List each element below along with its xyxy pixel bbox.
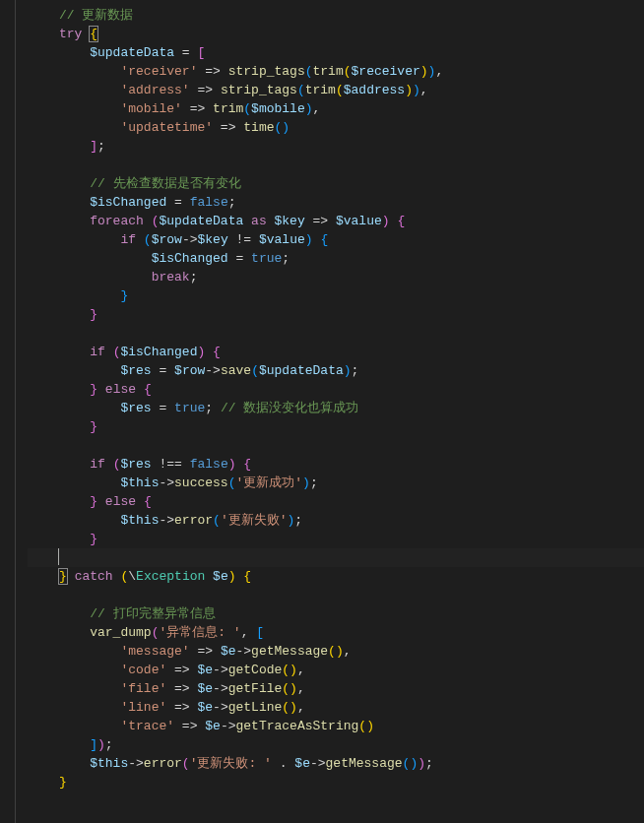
boolean: false [190,457,228,472]
string: 'message' [120,644,189,659]
code-line[interactable]: 'message' => $e->getMessage(), [28,642,644,661]
code-line[interactable]: try { [28,25,644,43]
string: 'address' [120,83,189,97]
code-line[interactable]: ]); [28,735,644,754]
variable: $key [275,214,305,228]
code-line[interactable]: 'receiver' => strip_tags(trim($receiver)… [28,62,644,81]
function: trim [313,64,344,79]
code-line[interactable]: if ($row->$key != $value) { [28,230,644,249]
code-line[interactable]: } [28,773,644,791]
string: 'trace' [120,719,174,733]
brace: } [58,568,68,585]
variable: $row [152,232,182,247]
code-editor[interactable]: // 更新数据 try { $updateData = [ 'receiver'… [28,0,644,791]
code-line[interactable] [28,586,644,604]
variable: $address [344,83,405,97]
keyword-if: if [120,232,136,247]
code-line[interactable]: } else { [28,380,644,399]
variable: $res [120,401,151,415]
method: getMessage [251,644,328,659]
code-line[interactable]: $updateData = [ [28,43,644,62]
code-line[interactable]: $isChanged = false; [28,193,644,212]
code-line[interactable]: } [28,305,644,324]
comment: // 数据没变化也算成功 [221,401,358,415]
boolean: true [174,401,205,415]
string: 'updatetime' [120,120,213,135]
code-line[interactable]: // 更新数据 [28,6,644,25]
variable: $e [205,719,221,733]
variable: $mobile [251,101,305,116]
code-line[interactable]: } catch (\Exception $e) { [28,567,644,586]
string: 'line' [120,700,166,715]
code-line[interactable]: } [28,286,644,305]
code-line[interactable]: break; [28,268,644,286]
code-line[interactable]: $this->success('更新成功'); [28,474,644,492]
code-line[interactable]: 'line' => $e->getLine(), [28,698,644,717]
code-line[interactable]: foreach ($updateData as $key => $value) … [28,212,644,230]
code-line[interactable]: if ($isChanged) { [28,343,644,361]
string: '更新失败: ' [190,756,272,771]
variable: $e [197,663,213,677]
method: error [174,513,213,528]
code-line[interactable]: $res = true; // 数据没变化也算成功 [28,399,644,417]
code-line[interactable]: $this->error('更新失败'); [28,511,644,530]
code-line[interactable]: ]; [28,137,644,156]
code-line[interactable]: // 先检查数据是否有变化 [28,174,644,193]
variable: $value [259,232,305,247]
variable: $updateData [159,214,243,228]
variable: $e [294,756,310,771]
function: time [243,120,274,135]
code-line[interactable] [28,436,644,455]
method: getTraceAsString [235,719,358,733]
keyword-foreach: foreach [90,214,144,228]
keyword-catch: catch [75,569,113,584]
variable: $isChanged [90,195,166,210]
string: 'mobile' [120,101,181,116]
variable: $receiver [352,64,420,79]
code-line[interactable]: 'mobile' => trim($mobile), [28,99,644,118]
code-line-active[interactable] [28,548,644,567]
keyword-else: else [105,494,136,509]
code-line[interactable]: if ($res !== false) { [28,455,644,474]
code-line[interactable]: 'code' => $e->getCode(), [28,661,644,679]
code-line[interactable]: var_dump('异常信息: ', [ [28,623,644,642]
variable: $isChanged [152,251,228,266]
brace: { [89,26,98,42]
variable: $updateData [259,363,344,378]
variable: $e [197,681,213,696]
variable: $res [120,457,151,472]
method: save [221,363,251,378]
code-line[interactable]: 'file' => $e->getFile(), [28,679,644,698]
method: error [144,756,182,771]
text-cursor [58,548,59,565]
code-line[interactable]: 'updatetime' => time() [28,118,644,137]
variable-this: $this [90,756,128,771]
code-line[interactable] [28,324,644,343]
code-line[interactable]: $res = $row->save($updateData); [28,361,644,380]
code-line[interactable]: // 打印完整异常信息 [28,604,644,623]
code-line[interactable] [28,156,644,174]
keyword-as: as [251,214,267,228]
code-line[interactable]: } [28,530,644,548]
variable-this: $this [120,475,159,490]
function: strip_tags [221,83,297,97]
function: trim [213,101,243,116]
class-name: Exception [136,569,205,584]
variable: $key [197,232,227,247]
code-line[interactable]: } [28,417,644,436]
function: trim [305,83,336,97]
code-line[interactable]: 'trace' => $e->getTraceAsString() [28,717,644,735]
variable: $value [336,214,382,228]
function: var_dump [90,625,151,640]
code-line[interactable]: } else { [28,492,644,511]
code-line[interactable]: $isChanged = true; [28,249,644,268]
variable-this: $this [120,513,159,528]
method: getMessage [326,756,403,771]
comment: // 打印完整异常信息 [90,606,215,621]
variable: $res [120,363,151,378]
variable: $e [221,644,236,659]
string: '更新成功' [235,475,302,490]
code-line[interactable]: 'address' => strip_tags(trim($address)), [28,81,644,99]
string: '异常信息: ' [159,625,240,640]
code-line[interactable]: $this->error('更新失败: ' . $e->getMessage()… [28,754,644,773]
